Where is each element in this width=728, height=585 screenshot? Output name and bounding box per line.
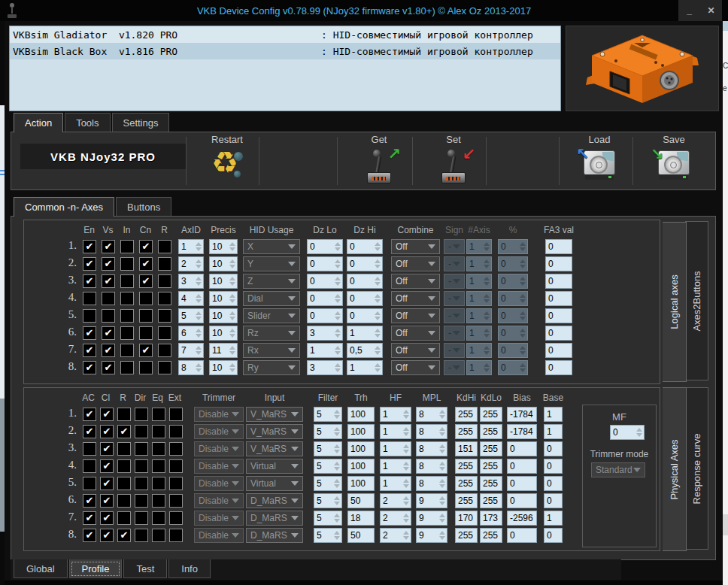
hf-spinner[interactable]: 1 [380, 459, 411, 474]
dropdown-arrow-icon[interactable] [288, 279, 296, 283]
dropdown-arrow-icon[interactable] [428, 262, 435, 266]
spin-up-icon[interactable] [335, 363, 341, 367]
checkbox-vs[interactable] [102, 309, 115, 323]
trh-input[interactable]: 100 [347, 407, 375, 422]
hid-usage-select[interactable]: X [243, 239, 300, 254]
checkbox-ac[interactable]: ✔ [83, 408, 96, 421]
axid-spinner-arrows[interactable] [193, 240, 203, 253]
checkbox-cn[interactable]: ✔ [139, 274, 153, 288]
dz-hi-spinner-arrows[interactable] [372, 257, 382, 271]
spin-up-icon[interactable] [229, 329, 235, 332]
spin-up-icon[interactable] [196, 277, 202, 280]
spin-down-icon[interactable] [439, 536, 445, 540]
kdhi-input[interactable]: 151 [455, 441, 478, 456]
spin-up-icon[interactable] [403, 514, 409, 517]
hf-spinner-arrows[interactable] [401, 494, 411, 508]
spin-up-icon[interactable] [196, 346, 202, 350]
tab-common-n-axes[interactable]: Common -n- Axes [14, 197, 114, 217]
dropdown-arrow-icon[interactable] [428, 314, 435, 318]
fa3-val-input[interactable]: 0 [545, 308, 572, 323]
input-select[interactable]: V_MaRS [246, 441, 303, 456]
spin-up-icon[interactable] [334, 444, 340, 448]
mpl-spinner-arrows[interactable] [437, 425, 447, 438]
spin-down-icon[interactable] [403, 484, 409, 488]
mpl-spinner[interactable]: 9 [416, 528, 447, 543]
tab-test[interactable]: Test [123, 559, 167, 578]
hf-spinner[interactable]: 2 [380, 493, 411, 508]
dz-hi-spinner[interactable]: 1 [347, 360, 383, 375]
mpl-spinner-arrows[interactable] [437, 459, 447, 473]
spin-up-icon[interactable] [439, 496, 445, 500]
checkbox-r[interactable] [158, 326, 171, 340]
save-button[interactable]: Save ↘ [638, 134, 710, 186]
tab-action[interactable]: Action [14, 113, 63, 132]
spin-down-icon[interactable] [334, 450, 340, 453]
dz-hi-spinner[interactable]: 0 [347, 308, 383, 323]
spin-up-icon[interactable] [334, 531, 340, 535]
mpl-spinner-arrows[interactable] [437, 511, 447, 525]
combine-select[interactable]: Off [391, 256, 440, 271]
spin-down-icon[interactable] [439, 467, 445, 471]
dropdown-arrow-icon[interactable] [428, 365, 435, 370]
hf-spinner[interactable]: 2 [380, 528, 411, 543]
kdlo-input[interactable]: 255 [480, 407, 502, 422]
spin-down-icon[interactable] [334, 432, 340, 436]
spin-down-icon[interactable] [229, 368, 235, 372]
spin-down-icon[interactable] [334, 519, 340, 523]
checkbox-in[interactable] [120, 240, 134, 253]
spin-down-icon[interactable] [439, 450, 445, 453]
dz-lo-spinner[interactable]: 0 [307, 291, 343, 306]
spin-up-icon[interactable] [334, 514, 340, 517]
spin-up-icon[interactable] [334, 410, 340, 414]
tab-global[interactable]: Global [14, 559, 68, 578]
spin-down-icon[interactable] [334, 536, 340, 540]
dz-lo-spinner[interactable]: 3 [307, 360, 343, 375]
hid-usage-select[interactable]: Y [243, 256, 300, 271]
checkbox-cn[interactable] [139, 361, 153, 374]
kdlo-input[interactable]: 255 [480, 528, 502, 543]
combine-select[interactable]: Off [391, 239, 440, 254]
checkbox-dir[interactable] [135, 408, 148, 421]
dz-lo-spinner-arrows[interactable] [332, 274, 342, 288]
dropdown-arrow-icon[interactable] [288, 331, 296, 335]
fa3-val-input[interactable]: 0 [545, 239, 572, 254]
trh-input[interactable]: 100 [347, 476, 375, 491]
spin-up-icon[interactable] [403, 531, 409, 535]
filter-spinner-arrows[interactable] [332, 529, 341, 542]
axid-spinner[interactable]: 6 [178, 326, 204, 341]
spin-up-icon[interactable] [375, 242, 381, 246]
input-select[interactable]: Virtual [246, 476, 303, 491]
spin-up-icon[interactable] [335, 242, 341, 246]
checkbox-ext[interactable] [169, 442, 183, 456]
checkbox-en[interactable]: ✔ [83, 326, 96, 340]
hid-usage-select[interactable]: Rx [243, 343, 300, 358]
checkbox-cn[interactable] [139, 292, 153, 305]
checkbox-ext[interactable] [169, 529, 183, 542]
spin-up-icon[interactable] [229, 311, 235, 315]
base-input[interactable]: 1 [544, 407, 563, 422]
checkbox-ac[interactable]: ✔ [83, 425, 96, 438]
get-button[interactable]: Get ↗ [343, 134, 415, 186]
checkbox-dir[interactable] [135, 459, 148, 473]
spin-down-icon[interactable] [375, 265, 381, 268]
spin-down-icon[interactable] [334, 467, 340, 471]
tab-info[interactable]: Info [168, 559, 211, 578]
hf-spinner-arrows[interactable] [401, 477, 411, 490]
spin-down-icon[interactable] [636, 433, 642, 437]
checkbox-cn[interactable] [139, 326, 153, 340]
hf-spinner[interactable]: 2 [380, 511, 411, 526]
filter-spinner[interactable]: 5 [314, 424, 342, 439]
hf-spinner-arrows[interactable] [401, 425, 411, 438]
filter-spinner-arrows[interactable] [332, 477, 341, 490]
mpl-spinner-arrows[interactable] [437, 494, 447, 508]
precis-spinner[interactable]: 10 [209, 308, 238, 323]
checkbox-cl[interactable]: ✔ [100, 477, 114, 490]
bias-input[interactable]: 0 [507, 528, 537, 543]
dropdown-arrow-icon[interactable] [428, 244, 435, 249]
mpl-spinner-arrows[interactable] [437, 477, 447, 490]
axid-spinner-arrows[interactable] [193, 274, 203, 288]
precis-spinner-arrows[interactable] [227, 257, 237, 271]
checkbox-ac[interactable]: ✔ [83, 511, 96, 525]
trh-input[interactable]: 100 [347, 441, 375, 456]
spin-up-icon[interactable] [334, 496, 340, 500]
